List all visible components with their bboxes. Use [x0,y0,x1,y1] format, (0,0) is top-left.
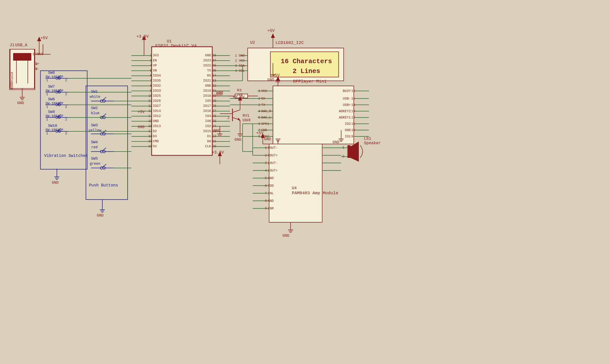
esp-ln-17: 17 [148,129,152,133]
lcd-pin3: 3 [235,64,237,68]
svg-line-56 [102,148,106,152]
amp-ln9: 9 [265,207,267,210]
j1-label: J1 [10,43,14,47]
dfp-r-gnd: GND [336,128,351,132]
esp-ln-13: 13 [148,109,152,113]
dfp-r-usbp: USB+ [336,103,351,107]
esp-ln-18: 18 [148,134,152,138]
usb-pin-gnd: GND [10,83,14,89]
dfp-r-usbn: USB- [336,97,351,101]
usb-pin-vbus: VBUS [35,52,43,56]
esp-rn-28b: 28 [212,104,216,108]
amp-ln7: 7 [265,191,267,195]
esp-l-io32: IO32 [153,84,161,88]
esp-r-io21: IO21 [191,79,211,83]
amp-ln6: 6 [265,184,267,188]
sw4-label: SW4 [91,140,98,144]
svg-point-54 [100,150,103,153]
amp-l-loutn: LOUT- [268,161,278,165]
dfp-rn13: 13 [351,109,355,113]
sw9-pin1: 1 [46,118,48,122]
dfp-rn10: 10 [351,128,355,132]
dfp-l-spk1: SPK1 [261,122,269,126]
esp-ln-3: 3 [150,59,152,62]
esp-rn-32: 32 [212,84,216,88]
esp-ln-7: 7 [150,79,152,83]
svg-point-60 [103,167,105,169]
vibration-switches-label: Vibration Switches [44,154,88,158]
esp-r-io18: IO18 [191,94,211,98]
amp-l-loutp: LOUT+ [268,169,278,173]
esp-rn-28: 28 [212,54,216,57]
esp-r-gnd32: GND [191,84,211,88]
amp-ln1: 1 [265,146,267,150]
dfp-ln2: 2 [258,97,260,101]
dfp-l-dacr: DAC_R [261,109,271,113]
amp-l-routp: ROUT+ [268,154,278,157]
esp-rn-24: 24 [212,124,216,128]
rv1-value: 10kR [242,118,251,122]
esp32-name: ESP32 DevkitC V4 [155,43,197,48]
esp-rn-30: 30 [212,94,216,98]
esp-l-io27: IO27 [153,104,161,108]
sw1-label: SW1 [91,90,98,94]
dfp-rn11: 11 [351,122,355,126]
gnd-amp: GND [283,234,289,238]
power-vbus: +5V [40,36,48,40]
sw9-pin2: 2 [65,118,67,122]
sw8-type: SW-18010P [45,102,63,105]
dfp-ln1: 1 [258,89,260,93]
esp-rn-34: 34 [212,74,216,78]
esp-ln-19c: 19 [148,139,152,143]
sw10-label: SW10 [48,124,57,128]
esp-ln-16: 16 [148,124,152,128]
sw6-label: SW6 [48,71,55,75]
push-buttons-label: Push Buttons [89,183,118,188]
dfp-l-tx: TX [261,103,265,107]
esp-l-io33: IO33 [153,89,161,93]
power-5v-amp: +5V [256,131,264,135]
schematic-canvas: J1 USB_A +5V VBUS 1 D+ D- Shield GND × ×… [0,0,610,364]
esp-rn-37: 37 [212,59,216,62]
esp-l-vp: VP [153,64,157,67]
esp-r-tx: TX [191,69,211,72]
esp-l-3v3: 3V3 [153,54,159,57]
sw2-color: blue [91,111,100,115]
r3-label: R3 [237,88,242,93]
esp-r-io2: IO2 [191,124,211,128]
dfp-rn9: 9 [351,135,353,138]
amp-l-gnd5: GND [268,176,274,180]
usb-cross1: × [35,62,38,67]
esp-r-rx: RX [191,74,211,78]
svg-line-154 [232,117,240,120]
sw8-pin1: 1 [46,105,48,109]
esp-l-io34: IO34 [153,74,161,78]
gnd-vibs: GND [52,181,59,185]
esp-r-gnd28: GND [191,54,211,57]
esp-ln-6: 6 [150,74,152,78]
gnd-esp2: GND [138,125,145,129]
u2-label: U2 [250,40,255,45]
esp-rn-21: 21 [212,139,216,143]
spk-pin2: 2 [342,155,344,158]
amp-ln3: 3 [265,161,267,165]
dfplayer-name: DFPlayer Mini [293,79,327,84]
speaker-name: Speaker [364,141,381,145]
dfp-l-dacl: DAC_L [261,116,271,119]
amp-l-vdd: VDD [268,184,274,188]
power-33-esp: +3.3V [136,34,149,39]
svg-marker-145 [350,141,359,162]
dfp-ln3: 3 [258,103,260,107]
svg-rect-2 [13,53,31,61]
sw6-pin1: 1 [46,79,48,82]
esp-rn-25: 25 [212,119,216,123]
svg-point-49 [100,133,103,135]
gnd-lcd: GND [267,78,274,82]
esp-r-io15: IO15 [191,129,211,133]
esp-rn-22: 22 [212,134,216,138]
amp-l-routn: ROUT- [268,146,278,150]
dfp-r-busy: BUSY [336,89,351,93]
wire-layer [0,0,610,364]
dfp-rn16: 16 [351,89,355,93]
svg-point-59 [100,167,103,169]
